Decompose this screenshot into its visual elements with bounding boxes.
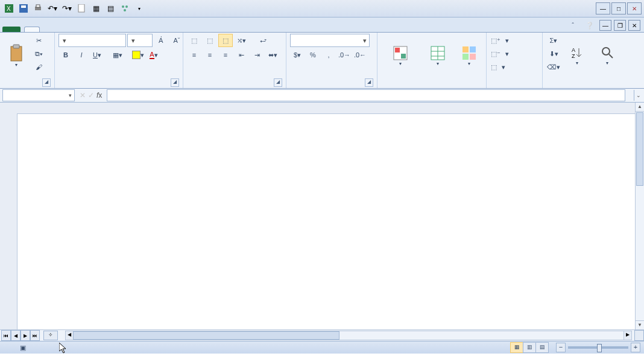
- help-icon[interactable]: ❔: [582, 19, 597, 32]
- border-button[interactable]: ▦▾: [110, 48, 125, 62]
- bold-button[interactable]: B: [58, 48, 73, 62]
- tab-nav-prev[interactable]: ◀: [11, 330, 21, 341]
- tab-nav-first[interactable]: ⏮: [1, 330, 11, 341]
- zoom-slider[interactable]: [568, 346, 628, 349]
- undo-icon[interactable]: ↶▾: [46, 2, 59, 15]
- wrap-text-button[interactable]: ⮐: [256, 34, 270, 47]
- scroll-down-button[interactable]: ▼: [636, 320, 644, 329]
- align-middle-button[interactable]: ⬚: [203, 34, 217, 47]
- copy-button[interactable]: ⧉▾: [31, 47, 46, 60]
- conditional-formatting-button[interactable]: ▾: [381, 34, 420, 76]
- accounting-format-button[interactable]: $▾: [290, 48, 305, 62]
- number-format-combo[interactable]: ▾: [290, 34, 370, 47]
- underline-button[interactable]: U▾: [90, 48, 104, 62]
- formulas-tab[interactable]: [71, 27, 87, 32]
- align-bottom-button[interactable]: ⬚: [218, 34, 233, 47]
- page-layout-view-button[interactable]: ▥: [523, 342, 536, 353]
- new-sheet-button[interactable]: ✧: [43, 331, 58, 340]
- name-box[interactable]: ▾: [2, 89, 75, 101]
- zoom-in-button[interactable]: +: [631, 343, 640, 352]
- data-tab[interactable]: [87, 27, 103, 32]
- addins-tab[interactable]: [150, 27, 165, 32]
- font-name-combo[interactable]: ▾: [58, 34, 126, 47]
- vscroll-thumb[interactable]: [636, 112, 643, 186]
- paste-button[interactable]: ▾: [4, 34, 29, 76]
- workbook-minimize-button[interactable]: —: [599, 20, 611, 31]
- excel-icon[interactable]: X: [2, 2, 16, 15]
- expand-formula-bar-button[interactable]: ⌄: [634, 90, 643, 101]
- decrease-indent-button[interactable]: ⇤: [234, 48, 248, 62]
- fill-button[interactable]: ⬇▾: [546, 47, 561, 60]
- sort-filter-button[interactable]: AZ ▾: [563, 34, 591, 76]
- align-top-button[interactable]: ⬚: [187, 34, 201, 47]
- normal-view-button[interactable]: ▦: [510, 342, 523, 353]
- workbook-close-button[interactable]: ✕: [628, 20, 640, 31]
- save-icon[interactable]: [17, 2, 30, 15]
- decrease-decimal-button[interactable]: .0←: [353, 48, 367, 62]
- horizontal-scrollbar[interactable]: ◀ ▶: [65, 331, 632, 340]
- number-launcher[interactable]: ◢: [365, 78, 373, 87]
- percent-format-button[interactable]: %: [306, 48, 320, 62]
- increase-decimal-button[interactable]: .0→: [337, 48, 352, 62]
- enter-formula-icon[interactable]: ✓: [88, 91, 94, 100]
- zoom-out-button[interactable]: −: [556, 343, 566, 352]
- clear-button[interactable]: ⌫▾: [546, 60, 561, 74]
- decrease-font-button[interactable]: Aˇ: [169, 34, 184, 47]
- hscroll-thumb[interactable]: [73, 331, 339, 340]
- qat-customize-icon[interactable]: ▾: [133, 2, 146, 15]
- autosum-button[interactable]: Σ▾: [546, 34, 561, 47]
- tab-nav-last[interactable]: ⏭: [30, 330, 40, 341]
- scroll-up-button[interactable]: ▲: [636, 103, 644, 112]
- format-as-table-button[interactable]: ▾: [422, 34, 453, 76]
- clipboard-launcher[interactable]: ◢: [42, 78, 51, 87]
- insert-cells-button[interactable]: ⬚⁺ ▾: [490, 34, 535, 47]
- page-layout-tab[interactable]: [55, 27, 71, 32]
- spreadsheet-grid[interactable]: ▲ ▼: [0, 103, 644, 329]
- italic-button[interactable]: I: [74, 48, 89, 62]
- bitools-tab[interactable]: [165, 27, 181, 32]
- fx-icon[interactable]: fx: [96, 91, 102, 100]
- fill-color-button[interactable]: ▾: [131, 48, 145, 62]
- comma-format-button[interactable]: ,: [321, 48, 336, 62]
- font-color-button[interactable]: A▾: [147, 48, 161, 62]
- maximize-button[interactable]: □: [611, 2, 626, 14]
- increase-indent-button[interactable]: ⇥: [250, 48, 264, 62]
- merge-center-button[interactable]: ⬌▾: [265, 48, 280, 62]
- orientation-button[interactable]: ⤭▾: [234, 34, 248, 47]
- print-preview-icon[interactable]: [31, 2, 45, 15]
- developer-tab[interactable]: [134, 27, 150, 32]
- file-tab[interactable]: [2, 27, 21, 32]
- page-break-view-button[interactable]: ▤: [535, 342, 549, 353]
- cell-styles-button[interactable]: ▾: [456, 34, 482, 76]
- quickbooks-tab[interactable]: [181, 27, 197, 32]
- cut-button[interactable]: ✂: [31, 34, 46, 47]
- redo-icon[interactable]: ↷▾: [60, 2, 74, 15]
- format-cells-button[interactable]: ⬚ ▾: [490, 60, 535, 74]
- format-painter-button[interactable]: 🖌: [31, 60, 46, 74]
- alignment-launcher[interactable]: ◢: [274, 78, 282, 87]
- align-center-button[interactable]: ≡: [203, 48, 217, 62]
- view-tab[interactable]: [118, 27, 134, 32]
- find-select-button[interactable]: ▾: [593, 34, 621, 76]
- new-file-icon[interactable]: [75, 2, 88, 15]
- insert-tab[interactable]: [40, 27, 55, 32]
- increase-font-button[interactable]: A̍: [154, 34, 168, 47]
- formula-bar[interactable]: [107, 89, 625, 101]
- font-size-combo[interactable]: ▾: [127, 34, 153, 47]
- review-tab[interactable]: [103, 27, 118, 32]
- minimize-ribbon-icon[interactable]: ˆ: [566, 19, 580, 32]
- cancel-formula-icon[interactable]: ✕: [80, 91, 86, 100]
- tab-nav-next[interactable]: ▶: [21, 330, 30, 341]
- close-button[interactable]: ✕: [627, 2, 642, 14]
- workbook-restore-button[interactable]: ❐: [614, 20, 626, 31]
- font-launcher[interactable]: ◢: [171, 78, 179, 87]
- macro-record-button[interactable]: ▣: [16, 341, 30, 354]
- minimize-button[interactable]: —: [596, 2, 610, 14]
- select-all-corner[interactable]: [0, 103, 17, 114]
- scroll-right-button[interactable]: ▶: [623, 331, 631, 340]
- align-left-button[interactable]: ≡: [187, 48, 201, 62]
- qat-btn-3[interactable]: [118, 2, 131, 15]
- home-tab[interactable]: [24, 27, 40, 32]
- qat-btn-2[interactable]: ▤: [104, 2, 117, 15]
- vertical-scrollbar[interactable]: ▲ ▼: [635, 103, 644, 329]
